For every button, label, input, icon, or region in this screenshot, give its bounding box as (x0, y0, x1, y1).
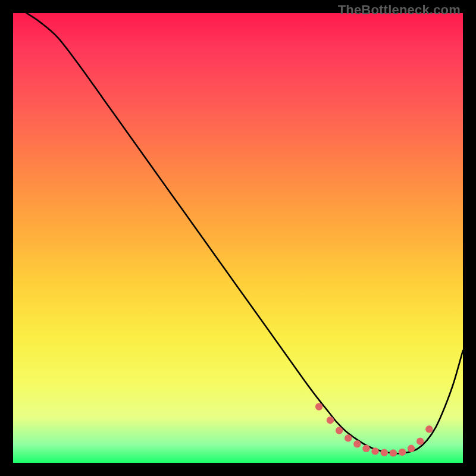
highlight-dots-group (315, 403, 433, 456)
watermark-text: TheBottleneck.com (338, 2, 461, 18)
highlight-dot (315, 403, 322, 410)
chart-frame (13, 13, 463, 463)
highlight-dot (353, 440, 361, 447)
highlight-dot (425, 425, 433, 433)
plot-area (13, 13, 463, 463)
highlight-dot (371, 447, 378, 455)
highlight-dot (408, 445, 415, 452)
highlight-dot (327, 416, 334, 424)
highlight-dot (336, 427, 343, 434)
highlight-dot (381, 449, 388, 456)
highlight-dot (345, 434, 352, 441)
highlight-dot (362, 445, 369, 452)
highlight-dot (416, 438, 424, 445)
highlight-dot (399, 449, 406, 456)
highlight-dot (390, 449, 397, 456)
chart-svg (13, 13, 463, 463)
bottleneck-curve (27, 13, 463, 453)
